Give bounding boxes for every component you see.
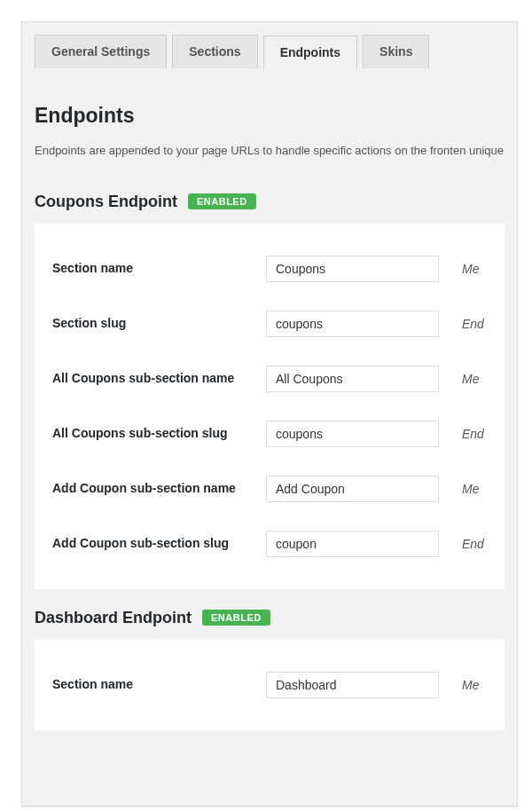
status-badge: ENABLED — [188, 193, 256, 209]
tab-general-settings[interactable]: General Settings — [35, 35, 167, 68]
tab-endpoints[interactable]: Endpoints — [263, 35, 357, 69]
field-label: Add Coupon sub-section name — [52, 480, 252, 498]
add-coupon-slug-input[interactable] — [266, 531, 439, 557]
form-row: Add Coupon sub-section slug End — [52, 516, 487, 571]
form-row: Section slug End — [52, 296, 487, 351]
field-label: Add Coupon sub-section slug — [52, 535, 252, 553]
section-title: Coupons Endpoint — [35, 193, 177, 211]
tab-sections[interactable]: Sections — [172, 35, 257, 68]
field-hint: Me — [462, 262, 487, 276]
tab-skins[interactable]: Skins — [363, 35, 429, 68]
all-coupons-slug-input[interactable] — [266, 421, 439, 447]
form-box-dashboard: Section name Me — [35, 640, 505, 730]
field-label: Section name — [52, 676, 252, 694]
field-label: Section slug — [52, 315, 252, 333]
page-title: Endpoints — [35, 104, 505, 128]
field-hint: End — [462, 537, 487, 551]
section-title: Dashboard Endpoint — [35, 609, 192, 627]
form-row: All Coupons sub-section name Me — [52, 351, 487, 406]
settings-panel: General Settings Sections Endpoints Skin… — [21, 21, 518, 807]
field-hint: Me — [462, 678, 487, 692]
tabs-nav: General Settings Sections Endpoints Skin… — [22, 22, 517, 68]
tab-content: Endpoints Endpoints are appended to your… — [22, 68, 517, 762]
form-row: Section name Me — [52, 241, 487, 296]
section-slug-input[interactable] — [266, 311, 439, 337]
field-label: All Coupons sub-section slug — [52, 425, 252, 443]
dashboard-section-name-input[interactable] — [266, 672, 439, 698]
field-hint: Me — [462, 372, 487, 386]
all-coupons-name-input[interactable] — [266, 366, 439, 392]
field-label: Section name — [52, 260, 252, 278]
section-heading-coupons: Coupons Endpoint ENABLED — [35, 193, 505, 211]
field-hint: End — [462, 427, 487, 441]
field-hint: Me — [462, 482, 487, 496]
section-name-input[interactable] — [266, 256, 439, 282]
field-label: All Coupons sub-section name — [52, 370, 252, 388]
section-heading-dashboard: Dashboard Endpoint ENABLED — [35, 609, 505, 627]
form-box-coupons: Section name Me Section slug End All Cou… — [35, 224, 505, 589]
form-row: Add Coupon sub-section name Me — [52, 461, 487, 516]
page-description: Endpoints are appended to your page URLs… — [35, 142, 505, 161]
form-row: All Coupons sub-section slug End — [52, 406, 487, 461]
status-badge: ENABLED — [202, 610, 270, 626]
field-hint: End — [462, 317, 487, 331]
form-row: Section name Me — [52, 657, 487, 713]
add-coupon-name-input[interactable] — [266, 476, 439, 502]
